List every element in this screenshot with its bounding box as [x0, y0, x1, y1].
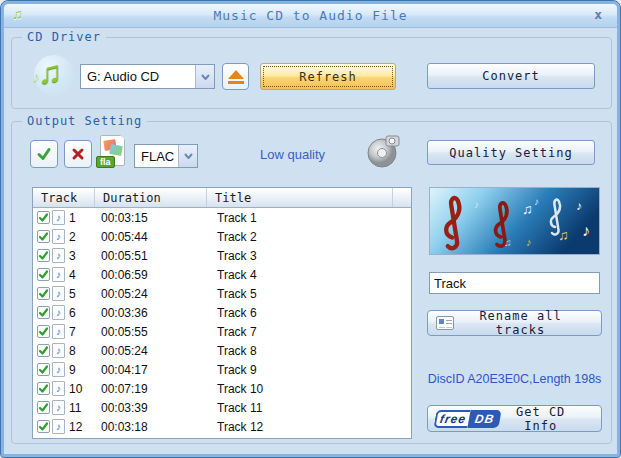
table-header: Track Duration Title — [33, 188, 411, 208]
track-checkbox[interactable] — [37, 287, 50, 300]
audio-file-icon: ♪ — [52, 286, 65, 301]
track-name-input[interactable] — [429, 272, 600, 294]
check-icon — [38, 345, 49, 356]
table-row[interactable]: ♪ 12 00:03:18 Track 12 — [33, 417, 411, 436]
track-title: Track 1 — [207, 211, 411, 225]
track-title: Track 4 — [207, 268, 411, 282]
check-icon — [38, 383, 49, 394]
output-setting-group: Output Setting fla FLAC Low quality — [11, 121, 612, 444]
track-duration: 00:05:51 — [95, 249, 207, 263]
table-row[interactable]: ♪ 6 00:03:36 Track 6 — [33, 303, 411, 322]
track-checkbox[interactable] — [37, 306, 50, 319]
rename-icon — [436, 316, 454, 330]
track-checkbox[interactable] — [37, 363, 50, 376]
disc-info-text: DiscID A20E3E0C,Length 198s — [422, 372, 607, 386]
track-title: Track 7 — [207, 325, 411, 339]
track-number: 4 — [67, 268, 76, 282]
audio-file-icon: ♪ — [52, 305, 65, 320]
cd-driver-group-label: CD Driver — [22, 30, 106, 44]
track-checkbox[interactable] — [37, 420, 50, 433]
track-title: Track 5 — [207, 287, 411, 301]
table-row[interactable]: ♪ 9 00:04:17 Track 9 — [33, 360, 411, 379]
svg-text:♪: ♪ — [576, 199, 582, 213]
track-duration: 00:05:24 — [95, 287, 207, 301]
audio-file-icon: ♪ — [52, 210, 65, 225]
track-title: Track 11 — [207, 401, 411, 415]
svg-text:♪: ♪ — [582, 222, 590, 239]
track-checkbox[interactable] — [37, 401, 50, 414]
track-duration: 00:07:19 — [95, 382, 207, 396]
table-row[interactable]: ♪ 7 00:05:55 Track 7 — [33, 322, 411, 341]
select-all-button[interactable] — [30, 140, 58, 168]
eject-button[interactable] — [222, 63, 249, 90]
track-title: Track 9 — [207, 363, 411, 377]
track-duration: 00:05:44 — [95, 230, 207, 244]
convert-button[interactable]: Convert — [427, 63, 595, 89]
header-title[interactable]: Title — [207, 188, 393, 207]
track-checkbox[interactable] — [37, 325, 50, 338]
track-number: 7 — [67, 325, 76, 339]
table-row[interactable]: ♪ 8 00:05:24 Track 8 — [33, 341, 411, 360]
cd-driver-group: CD Driver ♫ ♪ G: Audio CD Refresh Conver… — [11, 37, 612, 109]
svg-text:♪: ♪ — [474, 199, 479, 210]
track-checkbox[interactable] — [37, 211, 50, 224]
chevron-down-icon[interactable] — [195, 65, 214, 88]
track-checkbox[interactable] — [37, 230, 50, 243]
audio-file-icon: ♪ — [52, 229, 65, 244]
get-cd-info-button[interactable]: freeDB Get CD Info — [427, 405, 602, 432]
track-number: 3 — [67, 249, 76, 263]
refresh-button[interactable]: Refresh — [260, 63, 396, 90]
close-icon[interactable]: x — [591, 7, 605, 22]
app-window: ♫ Music CD to Audio File x CD Driver ♫ ♪… — [0, 0, 621, 458]
table-row[interactable]: ♪ 4 00:06:59 Track 4 — [33, 265, 411, 284]
header-track[interactable]: Track — [33, 188, 95, 207]
rename-all-tracks-button[interactable]: Rename all tracks — [427, 310, 602, 336]
track-checkbox[interactable] — [37, 382, 50, 395]
audio-file-icon: ♪ — [52, 248, 65, 263]
chevron-down-icon[interactable] — [178, 145, 197, 167]
drive-select-value: G: Audio CD — [81, 69, 195, 84]
track-checkbox[interactable] — [37, 268, 50, 281]
table-row[interactable]: ♪ 1 00:03:15 Track 1 — [33, 208, 411, 227]
format-badge: fla — [96, 156, 115, 168]
deselect-all-button[interactable] — [64, 140, 92, 168]
music-banner-image: ♫ ♪ ♫ ♪ ♪ ♫ ♪ ♪ — [429, 187, 600, 255]
get-cd-info-label: Get CD Info — [500, 405, 601, 433]
table-row[interactable]: ♪ 2 00:05:44 Track 2 — [33, 227, 411, 246]
svg-text:♫: ♫ — [558, 227, 569, 243]
format-select-value: FLAC — [135, 149, 178, 164]
check-icon — [38, 288, 49, 299]
table-row[interactable]: ♪ 10 00:07:19 Track 10 — [33, 379, 411, 398]
table-row[interactable]: ♪ 5 00:05:24 Track 5 — [33, 284, 411, 303]
track-table[interactable]: Track Duration Title ♪ 1 00:03:15 Track … — [32, 187, 412, 439]
svg-text:♫: ♫ — [504, 237, 512, 248]
table-row[interactable]: ♪ 3 00:05:51 Track 3 — [33, 246, 411, 265]
track-title: Track 2 — [207, 230, 411, 244]
track-checkbox[interactable] — [37, 344, 50, 357]
track-duration: 00:04:17 — [95, 363, 207, 377]
track-number: 12 — [67, 420, 82, 434]
audio-file-icon: ♪ — [52, 362, 65, 377]
title-bar: ♫ Music CD to Audio File x — [4, 4, 617, 28]
track-duration: 00:03:15 — [95, 211, 207, 225]
track-number: 8 — [67, 344, 76, 358]
track-number: 10 — [67, 382, 82, 396]
track-checkbox[interactable] — [37, 249, 50, 262]
cd-music-icon: ♫ ♪ — [32, 53, 76, 97]
svg-text:♪: ♪ — [526, 236, 532, 248]
track-duration: 00:06:59 — [95, 268, 207, 282]
format-file-icon: fla — [100, 135, 125, 166]
svg-text:♫: ♫ — [522, 201, 533, 217]
format-select[interactable]: FLAC — [134, 144, 198, 168]
drive-select[interactable]: G: Audio CD — [80, 64, 215, 89]
check-icon — [38, 212, 49, 223]
table-row[interactable]: ♪ 11 00:03:39 Track 11 — [33, 398, 411, 417]
track-number: 2 — [67, 230, 76, 244]
freedb-logo-icon: freeDB — [433, 410, 502, 428]
header-spacer — [393, 188, 411, 207]
audio-file-icon: ♪ — [52, 381, 65, 396]
window-title: Music CD to Audio File — [4, 8, 617, 23]
rename-button-label: Rename all tracks — [464, 309, 601, 337]
quality-setting-button[interactable]: Quality Setting — [427, 140, 595, 165]
header-duration[interactable]: Duration — [95, 188, 207, 207]
